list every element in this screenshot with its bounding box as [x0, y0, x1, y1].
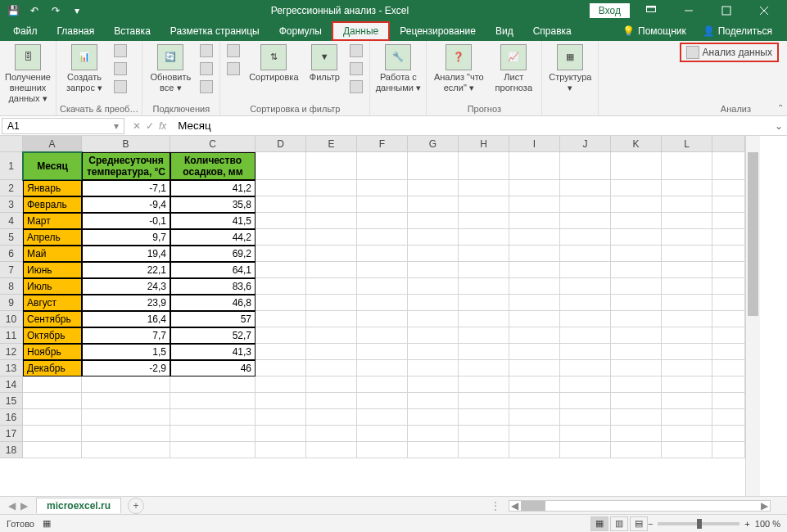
- column-header-C[interactable]: C: [170, 136, 256, 152]
- cell-A5[interactable]: Апрель: [23, 229, 82, 246]
- cell-F1[interactable]: [357, 152, 408, 180]
- row-header-9[interactable]: 9: [0, 295, 23, 311]
- cell-E5[interactable]: [306, 229, 357, 246]
- cell-E10[interactable]: [306, 311, 357, 327]
- cell-G17[interactable]: [408, 426, 459, 442]
- cell-_4[interactable]: [712, 213, 745, 229]
- cell-C5[interactable]: 44,2: [170, 229, 256, 246]
- clear-filter-button[interactable]: [346, 43, 366, 59]
- tab-formulas[interactable]: Формулы: [269, 21, 332, 41]
- cell-B15[interactable]: [82, 393, 170, 409]
- cell-B13[interactable]: -2,9: [82, 360, 170, 376]
- row-header-5[interactable]: 5: [0, 229, 23, 246]
- cell-C1[interactable]: Количество осадков, мм: [170, 152, 256, 180]
- cell-H13[interactable]: [459, 360, 509, 376]
- cell-G18[interactable]: [408, 442, 459, 458]
- save-icon[interactable]: 💾: [7, 4, 20, 17]
- cell-A14[interactable]: [23, 376, 82, 393]
- cell-H9[interactable]: [459, 295, 509, 311]
- cell-L9[interactable]: [662, 295, 712, 311]
- cell-D10[interactable]: [256, 311, 306, 327]
- chevron-down-icon[interactable]: ▾: [114, 120, 119, 132]
- cell-A16[interactable]: [23, 409, 82, 426]
- cell-L4[interactable]: [662, 213, 712, 229]
- cell-L11[interactable]: [662, 327, 712, 344]
- column-header-I[interactable]: I: [509, 136, 560, 152]
- data-tools-button[interactable]: 🔧 Работа с данными ▾: [373, 43, 423, 95]
- page-layout-view-button[interactable]: ▥: [610, 516, 628, 531]
- cell-G6[interactable]: [408, 246, 459, 262]
- cell-J1[interactable]: [560, 152, 611, 180]
- cell-G16[interactable]: [408, 409, 459, 426]
- cell-J3[interactable]: [560, 196, 611, 213]
- cell-B3[interactable]: -9,4: [82, 196, 170, 213]
- tab-insert[interactable]: Вставка: [104, 21, 161, 41]
- cell-I18[interactable]: [509, 442, 560, 458]
- cell-B10[interactable]: 16,4: [82, 311, 170, 327]
- cell-A15[interactable]: [23, 393, 82, 409]
- cell-B17[interactable]: [82, 426, 170, 442]
- cell-_13[interactable]: [712, 360, 745, 376]
- share-button[interactable]: 👤Поделиться: [696, 22, 779, 40]
- cell-A1[interactable]: Месяц: [23, 152, 82, 180]
- cell-C11[interactable]: 52,7: [170, 327, 256, 344]
- normal-view-button[interactable]: ▦: [590, 516, 608, 531]
- cell-_5[interactable]: [712, 229, 745, 246]
- signin-button[interactable]: Вход: [590, 3, 630, 18]
- sort-asc-button[interactable]: [224, 43, 243, 59]
- cell-A11[interactable]: Октябрь: [23, 327, 82, 344]
- cell-_10[interactable]: [712, 311, 745, 327]
- cell-I14[interactable]: [509, 376, 560, 393]
- cell-E12[interactable]: [306, 344, 357, 360]
- cell-G7[interactable]: [408, 262, 459, 278]
- cell-_9[interactable]: [712, 295, 745, 311]
- cell-H17[interactable]: [459, 426, 509, 442]
- sheet-tab[interactable]: microexcel.ru: [36, 498, 121, 513]
- cell-I10[interactable]: [509, 311, 560, 327]
- row-header-18[interactable]: 18: [0, 442, 23, 458]
- cell-C18[interactable]: [170, 442, 256, 458]
- row-header-2[interactable]: 2: [0, 180, 23, 196]
- cell-E3[interactable]: [306, 196, 357, 213]
- cell-E14[interactable]: [306, 376, 357, 393]
- cell-A2[interactable]: Январь: [23, 180, 82, 196]
- expand-formula-bar-icon[interactable]: ⌄: [771, 120, 787, 132]
- scrollbar-thumb[interactable]: [521, 501, 545, 511]
- tab-home[interactable]: Главная: [47, 21, 105, 41]
- cell-H4[interactable]: [459, 213, 509, 229]
- cell-K18[interactable]: [611, 442, 662, 458]
- vertical-scrollbar[interactable]: [745, 136, 760, 496]
- cell-G8[interactable]: [408, 278, 459, 295]
- cell-L15[interactable]: [662, 393, 712, 409]
- cell-E4[interactable]: [306, 213, 357, 229]
- cell-I12[interactable]: [509, 344, 560, 360]
- cell-C8[interactable]: 83,6: [170, 278, 256, 295]
- cell-E16[interactable]: [306, 409, 357, 426]
- tab-help[interactable]: Справка: [523, 21, 581, 41]
- outline-button[interactable]: ▦ Структура ▾: [545, 43, 595, 95]
- cell-D15[interactable]: [256, 393, 306, 409]
- cell-F14[interactable]: [357, 376, 408, 393]
- cell-F12[interactable]: [357, 344, 408, 360]
- cell-_7[interactable]: [712, 262, 745, 278]
- zoom-out-button[interactable]: −: [648, 519, 653, 529]
- cell-I2[interactable]: [509, 180, 560, 196]
- cell-H5[interactable]: [459, 229, 509, 246]
- cell-L6[interactable]: [662, 246, 712, 262]
- row-header-12[interactable]: 12: [0, 344, 23, 360]
- tab-review[interactable]: Рецензирование: [390, 21, 486, 41]
- cell-H6[interactable]: [459, 246, 509, 262]
- cell-F11[interactable]: [357, 327, 408, 344]
- cell-C4[interactable]: 41,5: [170, 213, 256, 229]
- show-queries-button[interactable]: [111, 43, 130, 59]
- cell-L10[interactable]: [662, 311, 712, 327]
- cell-K16[interactable]: [611, 409, 662, 426]
- column-header-G[interactable]: G: [408, 136, 459, 152]
- cell-F16[interactable]: [357, 409, 408, 426]
- row-header-13[interactable]: 13: [0, 360, 23, 376]
- formula-input[interactable]: [173, 118, 771, 134]
- connections-button[interactable]: [197, 43, 216, 59]
- cell-D16[interactable]: [256, 409, 306, 426]
- cell-B8[interactable]: 24,3: [82, 278, 170, 295]
- cell-A3[interactable]: Февраль: [23, 196, 82, 213]
